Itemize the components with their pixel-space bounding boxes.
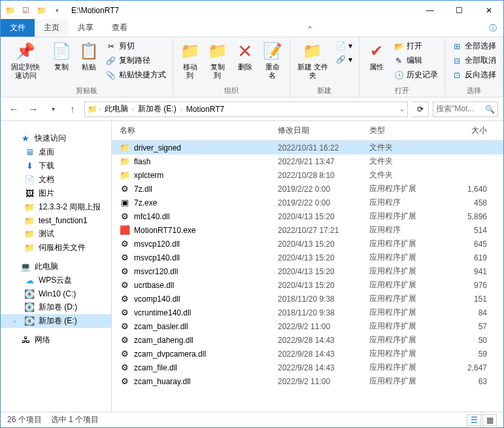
sidebar-downloads[interactable]: ⬇下载 [1,159,111,173]
recent-dropdown[interactable]: ▾ [45,101,61,117]
file-row[interactable]: ⚙zcam_basler.dll2022/9/2 11:00应用程序扩展57 [112,319,503,333]
ribbon-collapse[interactable]: ⌃ [300,22,320,37]
copy-button[interactable]: 📄复制 [48,39,75,73]
close-button[interactable]: ✕ [474,1,503,20]
qat-save-icon[interactable]: ☑ [19,4,32,17]
file-icon: 📁 [120,170,130,181]
edit-button[interactable]: ✎编辑 [391,54,441,67]
tab-file[interactable]: 文件 [1,19,35,37]
newfolder-button[interactable]: 📁新建 文件夹 [294,39,331,81]
sidebar-drive-c[interactable]: 💽Win10 (C:) [1,287,111,300]
refresh-button[interactable]: ⟳ [412,101,429,117]
address-dropdown[interactable]: ⌄ [399,105,405,113]
file-type: 应用程序扩展 [369,293,448,304]
file-name: msvcr120.dll [134,267,178,276]
selectall-button[interactable]: ⊞全部选择 [449,39,499,53]
file-type: 应用程序扩展 [369,183,448,194]
search-input[interactable]: 搜索"Mot...🔍 [433,101,498,117]
paste-button[interactable]: 📋粘贴 [76,39,102,73]
file-icon: ⚙ [120,266,130,277]
file-type: 文件夹 [369,169,448,181]
file-icon: 📁 [120,143,130,153]
file-row[interactable]: ⚙mfc140.dll2020/4/13 15:20应用程序扩展5,896 [112,209,503,223]
file-size: 59 [448,349,494,359]
rename-button[interactable]: 📝重命名 [260,39,286,81]
file-size: 63 [448,377,494,386]
copyto-button[interactable]: 📁复制到 [205,39,231,81]
maximize-button[interactable]: ☐ [445,1,474,20]
qat-folder-icon[interactable]: 📁 [35,4,48,17]
tab-share[interactable]: 共享 [69,19,103,37]
file-row[interactable]: ⚙msvcp120.dll2020/4/13 15:20应用程序扩展645 [112,237,503,251]
pin-button[interactable]: 📌固定到快 速访问 [5,39,47,81]
file-row[interactable]: ⚙7z.dll2019/2/22 0:00应用程序扩展1,640 [112,182,503,196]
file-row[interactable]: 📁xplcterm2022/10/28 8:10文件夹 [112,168,503,182]
up-button[interactable]: ↑ [65,101,80,117]
file-row[interactable]: ⚙zcam_huaray.dll2022/9/2 11:00应用程序扩展63 [112,374,503,388]
view-details-button[interactable]: ☰ [467,414,481,426]
file-row[interactable]: 📁flash2022/9/21 13:47文件夹 [112,154,503,168]
file-row[interactable]: 🟥MotionRT710.exe2022/10/27 17:21应用程序514 [112,223,503,237]
qat-dropdown[interactable]: ▾ [50,4,63,17]
cut-button[interactable]: ✂剪切 [103,39,169,53]
sidebar-drive-e[interactable]: ›💽新加卷 (E:) [1,314,111,328]
sidebar-drive-d[interactable]: 💽新加卷 (D:) [1,300,111,314]
file-icon: ⚙ [120,184,130,194]
file-row[interactable]: ⚙zcam_dvpcamera.dll2022/9/28 14:43应用程序扩展… [112,347,503,361]
sidebar-desktop[interactable]: 🖥桌面 [1,145,111,159]
history-button[interactable]: 🕓历史记录 [391,68,441,82]
properties-button[interactable]: ✔属性 [363,39,390,73]
file-name: driver_signed [134,143,181,152]
file-date: 2022/10/28 8:10 [278,171,369,180]
tab-view[interactable]: 查看 [103,19,137,37]
view-icons-button[interactable]: ▦ [482,414,497,426]
sidebar-wps[interactable]: ☁WPS云盘 [1,274,111,287]
sidebar-pictures[interactable]: 🖼图片 [1,187,111,200]
file-row[interactable]: 📁driver_signed2022/10/31 16:22文件夹 [112,141,503,154]
file-row[interactable]: ⚙vcruntime140.dll2018/11/20 9:38应用程序扩展84 [112,306,503,319]
sidebar: ★快速访问 🖥桌面 ⬇下载 📄文档 🖼图片 📁12.3.3-2 周期上报 📁te… [1,121,112,412]
back-button[interactable]: ← [6,101,22,117]
breadcrumb[interactable]: 此电脑 [102,102,131,116]
sidebar-folder[interactable]: 📁test_function1 [1,214,111,227]
copypath-button[interactable]: 🔗复制路径 [103,54,169,67]
newitem-button[interactable]: 📄▾ [333,39,355,52]
file-name: zcam_basler.dll [134,322,188,331]
moveto-button[interactable]: 📁移动到 [177,39,203,81]
minimize-button[interactable]: — [415,1,445,20]
file-date: 2020/4/13 15:20 [278,240,369,249]
file-row[interactable]: ⚙vcomp140.dll2018/11/20 9:38应用程序扩展151 [112,292,503,306]
file-type: 应用程序扩展 [369,211,448,222]
file-row[interactable]: ▣7z.exe2019/2/22 0:00应用程序458 [112,196,503,209]
sidebar-quick[interactable]: ★快速访问 [1,132,111,145]
help-button[interactable]: ⓘ [482,20,503,37]
easyaccess-button[interactable]: 🔗▾ [333,53,355,66]
breadcrumb[interactable]: 新加卷 (E:) [135,102,179,116]
sidebar-thispc[interactable]: 💻此电脑 [1,260,111,274]
selectnone-button[interactable]: ⊟全部取消 [449,54,499,67]
file-type: 文件夹 [369,156,448,167]
file-date: 2022/9/28 14:43 [278,336,369,345]
file-row[interactable]: ⚙msvcr120.dll2020/4/13 15:20应用程序扩展941 [112,264,503,278]
file-row[interactable]: ⚙msvcp140.dll2020/4/13 15:20应用程序扩展619 [112,251,503,264]
file-row[interactable]: ⚙zcam_file.dll2022/9/28 14:43应用程序扩展2,647 [112,361,503,374]
pasteshortcut-button[interactable]: 📎粘贴快捷方式 [103,68,169,82]
sidebar-folder[interactable]: 📁测试 [1,227,111,241]
open-button[interactable]: 📂打开 [391,39,441,53]
sidebar-network[interactable]: 🖧网络 [1,333,111,347]
forward-button[interactable]: → [25,101,41,117]
tab-home[interactable]: 主页 [35,19,69,37]
file-row[interactable]: ⚙ucrtbase.dll2020/4/13 15:20应用程序扩展976 [112,278,503,292]
delete-button[interactable]: ✕删除 [232,39,258,73]
invert-button[interactable]: ⊡反向选择 [449,68,499,82]
file-type: 应用程序扩展 [369,376,448,387]
file-row[interactable]: ⚙zcam_daheng.dll2022/9/28 14:43应用程序扩展50 [112,333,503,347]
column-headers[interactable]: 名称 修改日期 类型 大小 [112,121,503,141]
address-bar[interactable]: 📁 › 此电脑 › 新加卷 (E:) › MotionRT7 ⌄ [84,101,408,117]
file-date: 2020/4/13 15:20 [278,281,369,290]
sidebar-folder[interactable]: 📁12.3.3-2 周期上报 [1,200,111,214]
file-name: msvcp120.dll [134,240,180,249]
sidebar-folder[interactable]: 📁伺服相关文件 [1,241,111,255]
sidebar-documents[interactable]: 📄文档 [1,173,111,187]
breadcrumb[interactable]: MotionRT7 [184,103,227,115]
